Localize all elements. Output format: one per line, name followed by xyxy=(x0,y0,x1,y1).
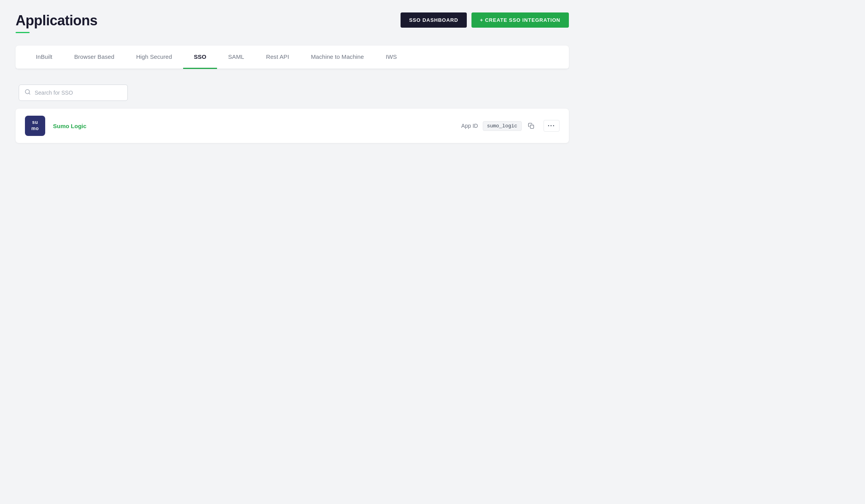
search-icon xyxy=(25,89,31,97)
svg-line-1 xyxy=(29,93,30,94)
tabs-card: InBuiltBrowser BasedHigh SecuredSSOSAMLR… xyxy=(16,46,569,69)
page-title: Applications xyxy=(16,12,97,29)
tab-inbuilt[interactable]: InBuilt xyxy=(25,46,63,69)
search-container xyxy=(16,85,569,101)
content-area: sumo Sumo Logic App ID sumo_logic ··· xyxy=(16,77,569,151)
tab-high-secured[interactable]: High Secured xyxy=(125,46,183,69)
sso-dashboard-button[interactable]: SSO DASHBOARD xyxy=(401,12,467,28)
app-id-section: App ID sumo_logic xyxy=(461,121,536,131)
page-header: Applications SSO DASHBOARD + CREATE SSO … xyxy=(16,12,569,33)
tab-browser-based[interactable]: Browser Based xyxy=(63,46,125,69)
app-name[interactable]: Sumo Logic xyxy=(53,123,454,129)
search-input[interactable] xyxy=(35,90,122,96)
tab-rest-api[interactable]: Rest API xyxy=(255,46,300,69)
app-logo-text: sumo xyxy=(32,120,39,132)
tab-saml[interactable]: SAML xyxy=(217,46,255,69)
tabs-navigation: InBuiltBrowser BasedHigh SecuredSSOSAMLR… xyxy=(16,46,569,69)
app-row: sumo Sumo Logic App ID sumo_logic ··· xyxy=(16,109,569,143)
tab-machine-to-machine[interactable]: Machine to Machine xyxy=(300,46,375,69)
app-id-label: App ID xyxy=(461,123,478,129)
page-title-block: Applications xyxy=(16,12,97,33)
tab-sso[interactable]: SSO xyxy=(183,46,217,69)
create-sso-button[interactable]: + CREATE SSO INTEGRATION xyxy=(471,12,569,28)
svg-rect-2 xyxy=(530,125,534,129)
copy-app-id-button[interactable] xyxy=(526,121,536,130)
search-wrapper xyxy=(19,85,128,101)
app-row-actions: ··· xyxy=(544,120,560,132)
app-more-button[interactable]: ··· xyxy=(544,120,560,132)
app-id-badge: sumo_logic xyxy=(483,121,522,131)
applications-list: sumo Sumo Logic App ID sumo_logic ··· xyxy=(16,109,569,143)
header-actions: SSO DASHBOARD + CREATE SSO INTEGRATION xyxy=(401,12,569,28)
tab-iws[interactable]: IWS xyxy=(375,46,408,69)
title-underline xyxy=(16,32,30,33)
app-logo: sumo xyxy=(25,116,45,136)
